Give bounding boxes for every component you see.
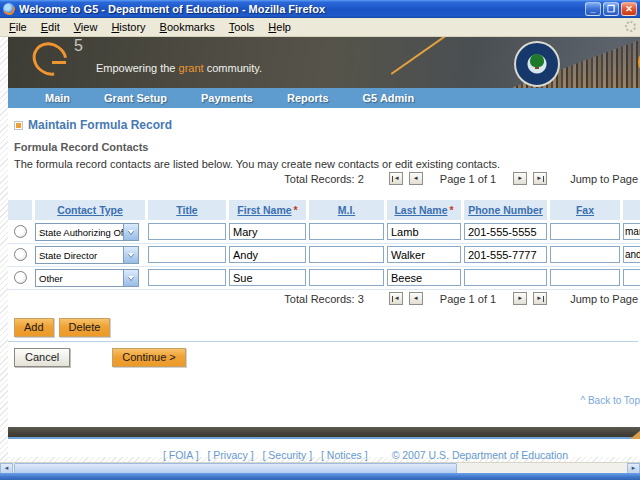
delete-button[interactable]: Delete [59,318,111,337]
row3-first-name-input[interactable] [229,269,306,286]
row2-fax-input[interactable] [550,246,620,263]
row1-title-input[interactable] [148,223,226,240]
row2-first-name-input[interactable] [229,246,306,263]
prev-page-button[interactable]: ◄ [409,172,423,185]
row2-last-name-input[interactable] [387,246,461,263]
next-page-button[interactable]: ► [513,292,527,305]
next-page-button[interactable]: ► [513,172,527,185]
chevron-down-icon[interactable] [123,270,138,286]
total-records-label: Total Records: 2 [284,173,363,185]
header-phone[interactable]: Phone Number [468,204,543,216]
banner-tagline: Empowering the grant community. [96,62,262,74]
table-row [8,220,32,243]
row3-mi-input[interactable] [309,269,384,286]
section-heading: Formula Record Contacts [14,141,148,153]
menu-help[interactable]: Help [261,19,298,35]
row1-contact-type-select[interactable]: State Authorizing Official [35,223,139,241]
row1-last-name-input[interactable] [387,223,461,240]
content-area: Maintain Formula Record Formula Record C… [8,108,640,457]
row2-email-input[interactable] [623,246,640,263]
page-indicator: Page 1 of 1 [440,173,496,185]
menu-edit[interactable]: Edit [34,19,67,35]
section-divider [8,341,638,342]
header-first-name[interactable]: First Name [237,204,291,216]
row-divider [8,243,640,244]
row1-fax-input[interactable] [550,223,620,240]
header-fax[interactable]: Fax [576,204,594,216]
table-row [8,266,32,289]
nav-payments[interactable]: Payments [201,92,253,104]
pagination-top: Total Records: 2 ◄ ◄ Page 1 of 1 ► ► Jum… [8,172,638,185]
row3-title-input[interactable] [148,269,226,286]
pagination-bottom: Total Records: 3 ◄ ◄ Page 1 of 1 ► ► Jum… [8,292,638,305]
last-page-button[interactable]: ► [533,292,547,305]
menu-bookmarks[interactable]: Bookmarks [153,19,222,35]
security-link[interactable]: [ Security ] [262,449,312,461]
row2-contact-type-select[interactable]: State Director [35,246,139,264]
row1-email-input[interactable] [623,223,640,240]
foia-link[interactable]: [ FOIA ] [163,449,199,461]
first-page-button[interactable]: ◄ [389,292,403,305]
jump-to-page-label: Jump to Page [570,173,638,185]
row3-phone-input[interactable] [464,269,547,286]
maximize-button[interactable]: ❐ [603,2,619,16]
add-button[interactable]: Add [14,318,54,337]
menu-view[interactable]: View [67,19,105,35]
row1-contact-type-value: State Authorizing Official [36,224,123,240]
g5-banner: 5 Empowering the grant community. [8,37,640,88]
cancel-button[interactable]: Cancel [14,348,70,367]
menu-file[interactable]: File [2,19,34,35]
first-page-button[interactable]: ◄ [389,172,403,185]
menu-history[interactable]: History [104,19,152,35]
continue-button[interactable]: Continue > [112,348,186,367]
row3-radio[interactable] [14,271,27,284]
minimize-button[interactable]: _ [585,2,601,16]
nav-reports[interactable]: Reports [287,92,329,104]
header-mi[interactable]: M.I. [338,204,356,216]
required-marker: * [450,204,454,216]
row2-title-input[interactable] [148,246,226,263]
firefox-icon [3,3,15,15]
header-last-name[interactable]: Last Name [394,204,447,216]
menu-tools[interactable]: Tools [222,19,262,35]
row1-radio[interactable] [14,225,27,238]
row2-phone-input[interactable] [464,246,547,263]
nav-main[interactable]: Main [45,92,70,104]
main-nav: Main Grant Setup Payments Reports G5 Adm… [8,88,640,108]
nav-g5-admin[interactable]: G5 Admin [363,92,415,104]
header-contact-type[interactable]: Contact Type [57,204,123,216]
chevron-down-icon[interactable] [123,224,138,240]
chevron-down-icon[interactable] [123,247,138,263]
close-button[interactable]: ✕ [621,2,637,16]
page-indicator: Page 1 of 1 [440,293,496,305]
row1-first-name-input[interactable] [229,223,306,240]
copyright-text: © 2007 U.S. Department of Education [392,449,568,461]
row2-contact-type-value: State Director [36,247,123,263]
row3-email-input[interactable] [623,269,640,286]
g5-logo-icon [26,37,74,82]
row3-fax-input[interactable] [550,269,620,286]
page-title-bullet-icon [14,121,23,130]
instructions-text: The formula record contacts are listed b… [14,158,500,170]
row1-mi-input[interactable] [309,223,384,240]
row1-phone-input[interactable] [464,223,547,240]
header-select-column [8,200,32,220]
required-marker: * [294,204,298,216]
last-page-button[interactable]: ► [533,172,547,185]
back-to-top-link[interactable]: ^ Back to Top [560,395,640,406]
row2-mi-input[interactable] [309,246,384,263]
privacy-link[interactable]: [ Privacy ] [207,449,253,461]
horizontal-scrollbar[interactable]: ◄ ► [0,462,640,473]
page-title: Maintain Formula Record [28,118,172,132]
g5-logo-five: 5 [74,37,83,55]
g5-logo-bar [52,61,66,64]
row2-radio[interactable] [14,248,27,261]
prev-page-button[interactable]: ◄ [409,292,423,305]
nav-grant-setup[interactable]: Grant Setup [104,92,167,104]
notices-link[interactable]: [ Notices ] [321,449,368,461]
row-divider [8,266,640,267]
title-bar: Welcome to G5 - Department of Education … [0,0,640,18]
row3-last-name-input[interactable] [387,269,461,286]
row3-contact-type-select[interactable]: Other [35,269,139,287]
header-title[interactable]: Title [176,204,197,216]
